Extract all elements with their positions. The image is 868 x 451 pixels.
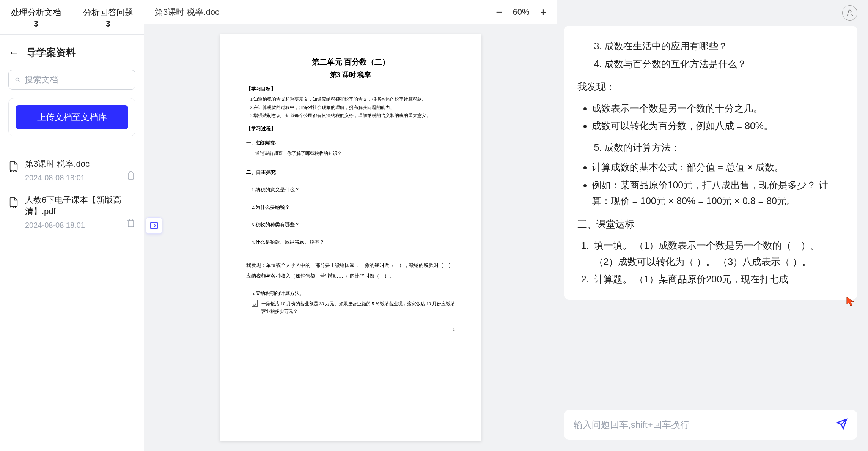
chat-text: 填一填。 （1）成数表示一个数是另一个数的（ ）。 （2）成数可以转化为（ ）。… — [592, 237, 844, 270]
upload-area: 上传文档至文档库 — [8, 98, 135, 136]
document-page: 第二单元 百分数（二） 第3 课时 税率 【学习目标】 1.知道纳税的含义和重要… — [220, 34, 481, 441]
search-icon — [15, 75, 20, 84]
chat-text: 例如：某商品原价100元，打八成出售，现价是多少？ 计算：现价 = 100元 ×… — [592, 177, 844, 209]
doc-name: 第3课时 税率.doc — [25, 158, 135, 170]
doc-list: DOC 第3课时 税率.doc 2024-08-08 18:01 PDF 人教6… — [0, 145, 144, 243]
doc-question: 3.税收的种类有哪些？ — [252, 221, 455, 228]
search-box[interactable] — [8, 70, 135, 90]
svg-point-4 — [848, 10, 851, 13]
zoom-out-button[interactable]: − — [496, 6, 502, 18]
problem-text: 一家饭店 10 月份的营业额是 30 万元。如果按营业额的 5 ％缴纳营业税，这… — [261, 300, 455, 315]
chat-input-area — [557, 402, 868, 451]
problem-number: 3 — [252, 300, 258, 307]
zoom-controls: − 60% + — [496, 6, 546, 18]
doc-text: 2.在计算税款的过程中，加深对社会现象的理解，提高解决问题的能力。 — [250, 104, 455, 112]
chat-text: 成数的计算方法： — [592, 139, 844, 156]
tab-analyze-docs[interactable]: 处理分析文档 3 — [0, 0, 72, 34]
doc-problem: 3 一家饭店 10 月份的营业额是 30 万元。如果按营业额的 5 ％缴纳营业税… — [252, 300, 455, 315]
chat-panel: 成数在生活中的应用有哪些？ 成数与百分数的互化方法是什么？ 我发现： 成数表示一… — [557, 0, 868, 451]
doc-text: 通过课前调查，你了解了哪些税收的知识？ — [255, 150, 455, 158]
doc-calc: 5.应纳税额的计算方法。 — [252, 290, 455, 297]
doc-file-icon: DOC — [8, 161, 19, 171]
page-number: 1 — [246, 327, 455, 331]
pdf-file-icon: PDF — [8, 197, 19, 207]
chat-heading: 我发现： — [577, 79, 844, 95]
chat-text: 成数与百分数的互化方法是什么？ — [592, 56, 844, 72]
viewer-scroll[interactable]: 第二单元 百分数（二） 第3 课时 税率 【学习目标】 1.知道纳税的含义和重要… — [144, 24, 557, 451]
send-button[interactable] — [836, 418, 848, 431]
sidebar-header: ← 导学案资料 — [0, 35, 144, 63]
doc-question: 2.为什么要纳税？ — [252, 204, 455, 211]
doc-section: 【学习目标】 — [246, 85, 455, 92]
collapse-sidebar-button[interactable] — [146, 217, 162, 234]
chat-section-heading: 三、课堂达标 — [577, 216, 844, 232]
tab-label: 处理分析文档 — [0, 7, 72, 18]
delete-icon[interactable] — [126, 171, 135, 181]
sidebar-tabs: 处理分析文档 3 分析回答问题 3 — [0, 0, 144, 35]
doc-text: 1.知道纳税的含义和重要意义，知道应纳税额和税率的含义，根据具体的税率计算税款。 — [250, 95, 455, 104]
chat-header — [557, 0, 868, 26]
viewer-header: 第3课时 税率.doc − 60% + — [144, 0, 557, 24]
doc-item[interactable]: PDF 人教6下电子课本【新版高清】.pdf 2024-08-08 18:01 — [8, 188, 135, 236]
zoom-in-button[interactable]: + — [540, 6, 546, 18]
tab-count: 3 — [0, 19, 72, 29]
doc-subsection: 二、自主探究 — [246, 169, 455, 176]
svg-line-1 — [19, 81, 20, 82]
doc-item[interactable]: DOC 第3课时 税率.doc 2024-08-08 18:01 — [8, 152, 135, 188]
svg-rect-2 — [151, 222, 157, 229]
tab-answer-questions[interactable]: 分析回答问题 3 — [72, 0, 144, 34]
doc-section: 【学习过程】 — [246, 125, 455, 132]
sidebar-title: 导学案资料 — [27, 46, 76, 59]
doc-subsection: 一、知识铺垫 — [246, 140, 455, 147]
chat-text: 计算成数的基本公式：部分值 = 总值 × 成数。 — [592, 159, 844, 175]
chat-text: 成数在生活中的应用有哪些？ — [592, 38, 844, 54]
delete-icon[interactable] — [126, 218, 135, 229]
chat-text: 成数表示一个数是另一个数的十分之几。 — [592, 100, 844, 117]
chat-scroll[interactable]: 成数在生活中的应用有哪些？ 成数与百分数的互化方法是什么？ 我发现： 成数表示一… — [557, 26, 868, 402]
upload-button[interactable]: 上传文档至文档库 — [16, 105, 128, 129]
user-avatar[interactable] — [842, 5, 857, 20]
doc-text: 3.增强法制意识，知道每个公民都有依法纳税的义务，理解纳税的含义和纳税的重大意义… — [250, 112, 455, 120]
assistant-message: 成数在生活中的应用有哪些？ 成数与百分数的互化方法是什么？ 我发现： 成数表示一… — [564, 26, 857, 300]
zoom-level: 60% — [513, 7, 530, 17]
chat-input-box[interactable] — [564, 410, 857, 440]
document-viewer-panel: 第3课时 税率.doc − 60% + 第二单元 百分数（二） 第3 课时 税率… — [144, 0, 557, 451]
chat-text: 计算题。 （1）某商品原价200元，现在打七成 — [592, 271, 844, 287]
doc-lesson-title: 第3 课时 税率 — [246, 70, 455, 79]
viewer-title: 第3课时 税率.doc — [155, 6, 496, 18]
doc-question: 4.什么是税款、应纳税额、税率？ — [252, 239, 455, 246]
doc-date: 2024-08-08 18:01 — [25, 173, 135, 182]
chat-input[interactable] — [574, 419, 830, 430]
doc-unit-title: 第二单元 百分数（二） — [246, 57, 455, 67]
doc-question: 1.纳税的意义是什么？ — [252, 186, 455, 193]
sidebar: 处理分析文档 3 分析回答问题 3 ← 导学案资料 上传文档至文档库 DOC 第… — [0, 0, 144, 451]
svg-point-0 — [16, 78, 19, 81]
tab-label: 分析回答问题 — [72, 7, 144, 18]
doc-discover: 我发现：单位或个人收入中的一部分要上缴给国家，上缴的钱叫做（ ），缴纳的税款叫（… — [246, 260, 455, 281]
doc-date: 2024-08-08 18:01 — [25, 221, 135, 230]
search-input[interactable] — [25, 75, 129, 85]
chat-text: 成数可以转化为百分数，例如八成 = 80%。 — [592, 118, 844, 134]
back-arrow-icon[interactable]: ← — [8, 47, 19, 59]
tab-count: 3 — [72, 19, 144, 29]
doc-name: 人教6下电子课本【新版高清】.pdf — [25, 194, 135, 217]
